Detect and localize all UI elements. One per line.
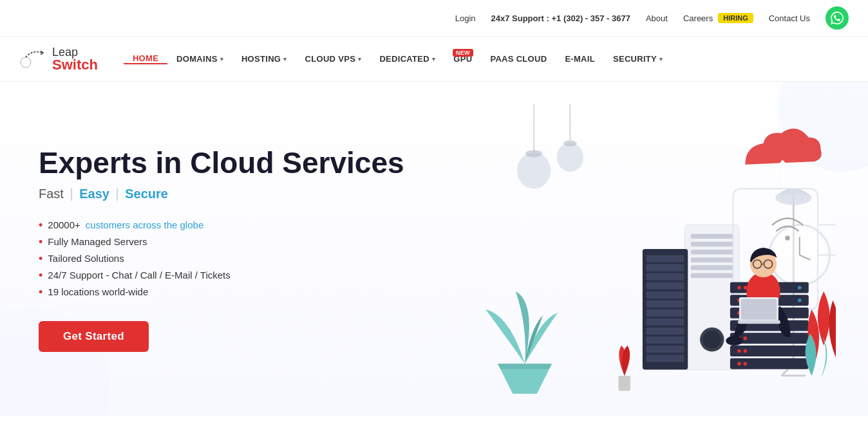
nav-label: HOME bbox=[133, 53, 158, 63]
hiring-badge: HIRING bbox=[718, 13, 753, 23]
hero-list-item: 19 locations world-wide bbox=[39, 286, 437, 298]
chevron-down-icon: ▾ bbox=[358, 56, 361, 62]
nav-item-domains[interactable]: DOMAINS ▾ bbox=[167, 54, 232, 64]
svg-point-50 bbox=[744, 336, 748, 340]
logo-leap: Leap bbox=[52, 46, 98, 58]
nav-label: CLOUD VPS bbox=[305, 54, 356, 64]
logo-text: Leap Switch bbox=[52, 46, 98, 72]
svg-point-40 bbox=[744, 286, 748, 290]
careers-link[interactable]: Careers bbox=[683, 14, 713, 23]
hero-illustration bbox=[437, 95, 836, 403]
top-bar: Login 24x7 Support : +1 (302) - 357 - 36… bbox=[0, 0, 868, 37]
svg-rect-57 bbox=[646, 264, 684, 271]
svg-point-27 bbox=[703, 331, 721, 349]
svg-rect-66 bbox=[646, 346, 684, 353]
sep-2: | bbox=[116, 187, 123, 201]
nav-item-gpu[interactable]: NEWGPU bbox=[444, 54, 481, 64]
subtitle-easy: Easy bbox=[79, 187, 109, 201]
svg-rect-20 bbox=[691, 234, 733, 239]
svg-point-5 bbox=[557, 143, 583, 172]
logo-icon bbox=[19, 43, 48, 75]
nav-label: DOMAINS bbox=[176, 54, 218, 64]
nav-item-hosting[interactable]: HOSTING ▾ bbox=[232, 54, 296, 64]
svg-rect-67 bbox=[646, 355, 684, 362]
subtitle-fast: Fast bbox=[39, 187, 64, 201]
nav-label: E-MAIL bbox=[565, 54, 595, 64]
header: Leap Switch HOMEDOMAINS ▾HOSTING ▾CLOUD … bbox=[0, 37, 868, 82]
main-nav: HOMEDOMAINS ▾HOSTING ▾CLOUD VPS ▾DEDICAT… bbox=[124, 53, 672, 64]
nav-item-dedicated[interactable]: DEDICATED ▾ bbox=[370, 54, 444, 64]
svg-rect-22 bbox=[691, 250, 733, 255]
svg-point-10 bbox=[775, 190, 811, 205]
svg-point-2 bbox=[517, 152, 551, 189]
hero-list: 20000+ customers across the globeFully M… bbox=[39, 219, 437, 298]
svg-point-6 bbox=[563, 140, 577, 146]
svg-rect-64 bbox=[646, 327, 684, 335]
svg-rect-23 bbox=[691, 257, 733, 263]
svg-point-68 bbox=[785, 235, 790, 241]
sep-1: | bbox=[70, 187, 77, 201]
hero-list-item: Fully Managed Servers bbox=[39, 236, 437, 248]
svg-point-44 bbox=[798, 299, 802, 302]
hero-title: Experts in Cloud Services bbox=[39, 146, 437, 180]
svg-rect-58 bbox=[646, 273, 684, 281]
whatsapp-button[interactable] bbox=[826, 6, 849, 30]
svg-rect-76 bbox=[741, 299, 777, 320]
about-link[interactable]: About bbox=[646, 14, 668, 23]
svg-rect-37 bbox=[730, 346, 809, 356]
contact-link[interactable]: Contact Us bbox=[769, 14, 810, 23]
chevron-down-icon: ▾ bbox=[432, 56, 435, 62]
chevron-down-icon: ▾ bbox=[220, 56, 223, 62]
hero-list-item: 20000+ customers across the globe bbox=[39, 219, 437, 231]
svg-point-54 bbox=[744, 362, 748, 365]
svg-rect-65 bbox=[646, 336, 684, 344]
svg-rect-15 bbox=[618, 376, 630, 391]
hero-content: Experts in Cloud Services Fast | Easy | … bbox=[39, 146, 437, 352]
subtitle-secure: Secure bbox=[125, 187, 168, 201]
chevron-down-icon: ▾ bbox=[283, 56, 287, 62]
nav-label: PAAS CLOUD bbox=[490, 54, 547, 64]
svg-rect-63 bbox=[646, 318, 684, 326]
svg-point-51 bbox=[737, 349, 741, 353]
new-badge: NEW bbox=[453, 49, 473, 57]
svg-rect-62 bbox=[646, 309, 684, 317]
hero-svg bbox=[437, 95, 836, 403]
hero-subtitle: Fast | Easy | Secure bbox=[39, 187, 437, 201]
nav-item-paas-cloud[interactable]: PAAS CLOUD bbox=[481, 54, 556, 64]
nav-item-cloud-vps[interactable]: CLOUD VPS ▾ bbox=[296, 54, 371, 64]
svg-rect-77 bbox=[738, 320, 780, 324]
nav-label: HOSTING bbox=[241, 54, 281, 64]
hero-list-item: 24/7 Support - Chat / Call / E-Mail / Ti… bbox=[39, 270, 437, 281]
svg-point-74 bbox=[726, 336, 742, 346]
logo-switch: Switch bbox=[52, 58, 98, 72]
svg-rect-60 bbox=[646, 291, 684, 299]
support-text: 24x7 Support : +1 (302) - 357 - 3677 bbox=[491, 14, 630, 23]
hero-section: Experts in Cloud Services Fast | Easy | … bbox=[0, 82, 868, 416]
svg-point-52 bbox=[744, 349, 748, 353]
nav-label: DEDICATED bbox=[379, 54, 429, 64]
svg-rect-59 bbox=[646, 282, 684, 290]
svg-point-41 bbox=[798, 286, 802, 290]
svg-rect-61 bbox=[646, 300, 684, 308]
svg-rect-38 bbox=[730, 358, 809, 369]
whatsapp-icon bbox=[831, 12, 844, 24]
customers-link[interactable]: customers across the globe bbox=[86, 219, 203, 230]
nav-item-email[interactable]: E-MAIL bbox=[556, 54, 604, 64]
login-link[interactable]: Login bbox=[455, 14, 476, 23]
svg-point-39 bbox=[737, 286, 741, 290]
chevron-down-icon: ▾ bbox=[659, 56, 663, 62]
svg-rect-25 bbox=[691, 273, 733, 279]
svg-point-0 bbox=[21, 57, 31, 68]
logo[interactable]: Leap Switch bbox=[19, 43, 98, 75]
nav-item-home[interactable]: HOME bbox=[124, 53, 167, 64]
nav-label: SECURITY bbox=[613, 54, 657, 64]
svg-rect-24 bbox=[691, 265, 733, 270]
nav-item-security[interactable]: SECURITY ▾ bbox=[604, 54, 672, 64]
svg-rect-21 bbox=[691, 242, 733, 247]
careers-area: Careers HIRING bbox=[683, 13, 753, 23]
hero-list-item: Tailored Solutions bbox=[39, 253, 437, 264]
get-started-button[interactable]: Get Started bbox=[39, 321, 149, 352]
svg-rect-56 bbox=[646, 255, 684, 262]
svg-point-53 bbox=[737, 362, 741, 365]
svg-point-3 bbox=[525, 150, 542, 157]
